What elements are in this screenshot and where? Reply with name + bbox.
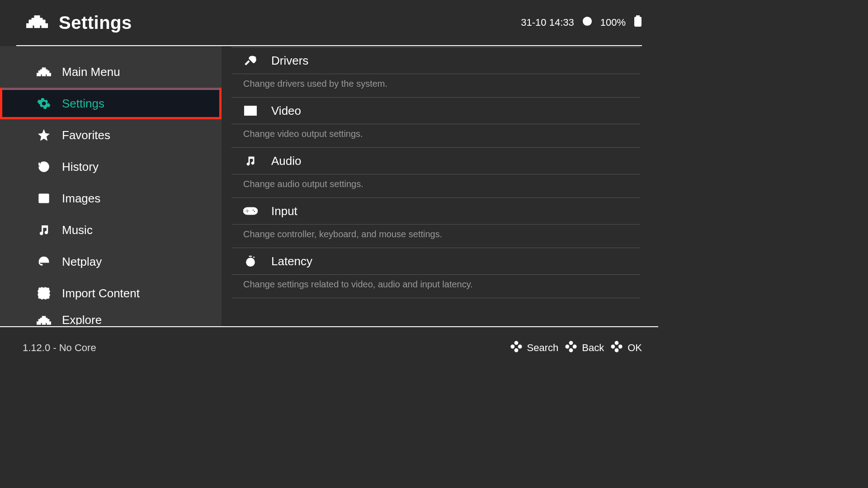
svg-point-18 <box>511 345 514 348</box>
svg-point-25 <box>615 341 618 344</box>
action-label: OK <box>627 342 642 354</box>
sidebar-item-music[interactable]: Music <box>0 214 222 246</box>
footer: 1.12.0 - No Core Search Back OK <box>0 326 658 369</box>
datetime: 31-10 14:33 <box>521 17 574 28</box>
setting-title: Drivers <box>271 54 308 68</box>
retroarch-logo-icon <box>26 15 48 30</box>
sidebar-item-main-menu[interactable]: Main Menu <box>0 56 222 88</box>
sidebar-item-label: Import Content <box>62 286 140 300</box>
setting-row-latency[interactable]: Latency Change settings related to video… <box>231 248 640 298</box>
sidebar-item-history[interactable]: History <box>0 151 222 183</box>
header: Settings 31-10 14:33 100% <box>0 0 658 45</box>
sidebar-item-label: History <box>62 160 99 174</box>
battery-charging-icon <box>634 15 642 30</box>
svg-point-11 <box>248 211 249 211</box>
action-label: Back <box>582 342 604 354</box>
retroarch-icon <box>37 65 51 79</box>
setting-desc: Change drivers used by the system. <box>231 74 640 97</box>
dpad-down-icon <box>610 340 623 356</box>
music-icon <box>37 223 51 237</box>
svg-point-28 <box>615 349 618 352</box>
sidebar-item-images[interactable]: Images <box>0 183 222 214</box>
sidebar-item-import-content[interactable]: Import Content <box>0 277 222 309</box>
music-icon <box>243 154 258 168</box>
headset-icon <box>37 254 51 269</box>
star-icon <box>37 128 51 142</box>
page-title: Settings <box>59 13 132 33</box>
sidebar-item-settings[interactable]: Settings <box>0 88 222 119</box>
svg-point-27 <box>619 345 622 348</box>
version-text: 1.12.0 - No Core <box>23 342 96 354</box>
svg-point-20 <box>514 349 518 352</box>
svg-point-24 <box>570 349 573 352</box>
header-left: Settings <box>26 13 132 33</box>
sidebar: Main Menu Settings Favorites History Ima… <box>0 46 222 326</box>
main-panel: Drivers Change drivers used by the syste… <box>222 46 658 326</box>
svg-point-14 <box>252 209 254 211</box>
sidebar-item-label: Main Menu <box>62 65 120 79</box>
action-search[interactable]: Search <box>510 340 559 356</box>
dpad-right-icon <box>565 340 577 356</box>
sidebar-item-label: Images <box>62 192 100 206</box>
sidebar-item-label: Favorites <box>62 128 110 142</box>
setting-title: Video <box>271 104 301 118</box>
setting-row-input[interactable]: Input Change controller, keyboard, and m… <box>231 198 640 248</box>
film-icon <box>243 103 258 118</box>
svg-point-22 <box>566 345 569 348</box>
svg-rect-5 <box>41 264 43 266</box>
image-icon <box>37 191 51 206</box>
sidebar-item-label: Netplay <box>62 255 102 269</box>
action-ok[interactable]: OK <box>610 340 642 356</box>
sidebar-item-label: Explore <box>62 313 102 326</box>
dpad-up-icon <box>510 340 523 356</box>
battery-percent: 100% <box>600 17 626 28</box>
setting-title: Input <box>271 204 297 218</box>
clock-icon <box>582 16 592 29</box>
action-back[interactable]: Back <box>565 340 604 356</box>
setting-desc: Change audio output settings. <box>231 174 640 197</box>
svg-point-17 <box>514 341 518 344</box>
sidebar-item-explore[interactable]: Explore <box>0 309 222 326</box>
stopwatch-icon <box>243 254 258 268</box>
svg-point-26 <box>612 345 615 348</box>
history-icon <box>37 160 51 174</box>
svg-point-13 <box>247 212 248 213</box>
sidebar-item-netplay[interactable]: Netplay <box>0 246 222 277</box>
gamepad-icon <box>243 204 258 218</box>
svg-point-9 <box>246 210 248 211</box>
retroarch-icon <box>37 313 51 326</box>
add-dashed-icon <box>37 286 51 300</box>
tools-icon <box>243 53 258 68</box>
svg-point-23 <box>573 345 576 348</box>
svg-point-4 <box>41 196 43 198</box>
setting-row-drivers[interactable]: Drivers Change drivers used by the syste… <box>231 47 640 98</box>
header-right: 31-10 14:33 100% <box>521 15 642 30</box>
setting-title: Audio <box>271 154 302 168</box>
svg-point-15 <box>254 211 255 212</box>
setting-desc: Change video output settings. <box>231 124 640 147</box>
svg-point-21 <box>570 341 573 344</box>
sidebar-item-favorites[interactable]: Favorites <box>0 119 222 151</box>
svg-point-12 <box>247 209 248 210</box>
gear-icon <box>37 96 51 111</box>
setting-row-audio[interactable]: Audio Change audio output settings. <box>231 148 640 198</box>
svg-point-19 <box>518 345 521 348</box>
svg-point-10 <box>245 211 246 211</box>
sidebar-item-label: Settings <box>62 97 104 111</box>
sidebar-item-label: Music <box>62 223 93 237</box>
action-label: Search <box>527 342 559 354</box>
setting-desc: Change settings related to video, audio … <box>231 274 640 298</box>
setting-desc: Change controller, keyboard, and mouse s… <box>231 224 640 248</box>
footer-actions: Search Back OK <box>510 340 642 356</box>
setting-title: Latency <box>271 254 312 268</box>
svg-rect-2 <box>637 16 639 17</box>
content: Main Menu Settings Favorites History Ima… <box>0 46 658 326</box>
setting-row-video[interactable]: Video Change video output settings. <box>231 98 640 148</box>
